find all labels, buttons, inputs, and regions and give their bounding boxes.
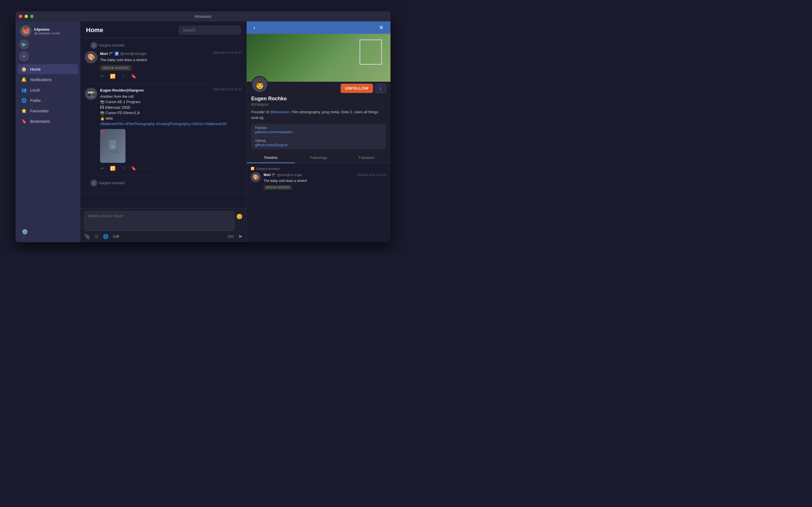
boost-icon: 🔁	[251, 167, 255, 170]
sidebar-bottom: ⚙️	[15, 224, 80, 239]
minimize-window-button[interactable]	[24, 15, 28, 18]
bookmarks-icon: 🔖	[21, 119, 27, 124]
sidebar-item-favourites[interactable]: ⭐ Favourites	[18, 106, 78, 116]
profile-header-bar: ‹ ✕	[247, 21, 391, 34]
reply-button[interactable]: ↩	[100, 73, 105, 79]
close-window-button[interactable]	[19, 15, 22, 18]
notifications-icon: 🔔	[21, 77, 27, 82]
main-window: Whalebird 🐙 h3poteto @mastodon.social 🐦	[15, 11, 391, 242]
unfollow-button[interactable]: UNFOLLOW	[341, 83, 373, 93]
profile-post: 🔁 Gargron boosted 🎨 Mori 🏴	[247, 163, 391, 193]
post-author: Mori 🏴 ♿	[100, 52, 119, 56]
search-input[interactable]	[179, 26, 241, 34]
profile-actions: UNFOLLOW ⋮	[341, 83, 386, 93]
tab-followings[interactable]: Followings	[295, 153, 343, 163]
add-account-button[interactable]: +	[19, 51, 29, 61]
title-bar: Whalebird	[15, 11, 391, 21]
public-icon: 🌐	[21, 98, 27, 103]
post-author-info: Eugen Rochko@Gargron	[100, 88, 144, 93]
post-body: Mori 🏴 ♿ @mori@void.lgbt 2024-03-23 04:0…	[100, 51, 242, 79]
secondary-account[interactable]: 🐦	[19, 40, 29, 50]
profile-links: Patreon patreon.com/mastodon GitHub gith…	[251, 124, 386, 149]
more-button[interactable]: ···	[142, 73, 146, 79]
settings-button[interactable]: ⚙️	[20, 227, 76, 237]
primary-account[interactable]: 🐙 h3poteto @mastodon.social	[18, 24, 78, 38]
ppost-author-info: Mori 🏴 @mori@voi d.lgbt	[264, 172, 302, 177]
ppost-meta: Mori 🏴 @mori@voi d.lgbt 2024-03-23 0 4:0…	[264, 172, 387, 177]
post-image[interactable]: 🚫	[100, 129, 125, 163]
feed-title: Home	[86, 26, 103, 34]
post-text: The baby void does a stretch	[100, 57, 242, 63]
bookmark-button[interactable]: 🔖	[130, 73, 137, 79]
close-profile-button[interactable]: ✕	[377, 23, 386, 32]
reply-button[interactable]: ↩	[100, 165, 105, 172]
profile-avatar-emoji: 👨	[255, 80, 265, 89]
more-options-button[interactable]: ⋮	[375, 83, 386, 93]
globe-button[interactable]: 🌐	[103, 234, 109, 239]
link-label: GitHub	[255, 139, 382, 143]
post-header: Mori 🏴 ♿ @mori@void.lgbt 2024-03-23 04:0…	[100, 51, 242, 56]
boost-avatar: G	[91, 180, 97, 186]
profile-info-section: 👨 UNFOLLOW ⋮ Eugen Rochko @Gargron Found…	[247, 82, 391, 153]
ppost-handle: @mori@voi d.lgbt	[277, 173, 302, 177]
list-button[interactable]: ☰	[94, 234, 98, 239]
link-value[interactable]: github.com/Gargron	[255, 143, 382, 147]
content-warning-button[interactable]: CW	[113, 234, 119, 238]
nav-items: 🏠 Home 🔔 Notifications 👥 Local 🌐 Public …	[15, 64, 80, 224]
more-button[interactable]: ···	[142, 165, 146, 171]
post-time: 2024-03-23 04:01:27	[213, 51, 242, 54]
link-value[interactable]: patreon.com/mastodon	[255, 130, 382, 134]
local-icon: 👥	[21, 87, 27, 93]
emoji-picker-button[interactable]: 😊	[236, 211, 243, 220]
boost-button[interactable]: 🔁	[109, 165, 116, 172]
profile-boost-label: 🔁 Gargron boosted	[251, 167, 387, 170]
favourite-button[interactable]: ☆	[121, 73, 126, 79]
sensitive-icon: 🚫	[101, 130, 106, 135]
profile-handle: @Gargron	[251, 102, 386, 107]
post-time: 2024-03-23 14:27:17	[213, 88, 242, 91]
profile-bio-mention[interactable]: @Mastodon	[270, 110, 290, 114]
sidebar-item-label: Bookmarks	[30, 119, 50, 124]
post-avatar-emoji: 🎨	[87, 54, 95, 61]
sidebar-item-label: Local	[30, 88, 40, 93]
traffic-lights	[19, 15, 34, 18]
maximize-window-button[interactable]	[30, 15, 34, 18]
bookmark-button[interactable]: 🔖	[130, 165, 137, 172]
sidebar-item-notifications[interactable]: 🔔 Notifications	[18, 75, 78, 84]
post-header: Eugen Rochko@Gargron 2024-03-23 14:27:17	[100, 88, 242, 93]
media-hidden-button[interactable]: MEDIA HIDDEN	[100, 65, 132, 71]
sidebar-item-home[interactable]: 🏠 Home	[18, 64, 78, 74]
favourites-icon: ⭐	[21, 108, 27, 114]
feed-posts: G Gargron boosted 🎨 Mori 🏴 ♿ @mori@void.…	[80, 38, 246, 208]
add-icon: +	[22, 53, 26, 60]
compose-textarea[interactable]	[84, 211, 234, 231]
profile-avatar: 👨	[251, 76, 268, 93]
media-hidden-small-button[interactable]: MEDIA HIDDEN	[264, 185, 292, 190]
attach-file-button[interactable]: 📎	[84, 234, 90, 239]
sidebar-item-label: Public	[30, 98, 41, 103]
ppost-avatar: 🎨	[251, 172, 261, 182]
send-button[interactable]: ➤	[238, 233, 243, 239]
sidebar-item-local[interactable]: 👥 Local	[18, 85, 78, 95]
tab-followers[interactable]: Followers	[343, 153, 391, 163]
svg-point-2	[111, 145, 114, 149]
favourite-button[interactable]: ☆	[121, 165, 126, 172]
sidebar-item-bookmarks[interactable]: 🔖 Bookmarks	[18, 116, 78, 126]
post-handle: @mori@void.lgbt	[120, 52, 146, 56]
ppost-avatar-emoji: 🎨	[253, 174, 259, 180]
post-actions: ↩ 🔁 ☆ 🔖 ···	[100, 165, 242, 172]
profile-column: ‹ ✕ 👨 UNFOLLOW ⋮	[247, 21, 391, 242]
account-handle: @mastodon.social	[34, 32, 60, 35]
compose-toolbar: 📎 ☰ 🌐 CW 500 ➤	[80, 232, 246, 242]
sidebar-item-public[interactable]: 🌐 Public	[18, 96, 78, 105]
profile-tabs: Timeline Followings Followers	[247, 153, 391, 163]
sidebar-item-label: Home	[30, 67, 41, 71]
sidebar-item-label: Favourites	[30, 109, 49, 113]
ppost-time-info: 2024-03-23 0 4:01:27	[356, 172, 387, 177]
profile-avatar-row: 👨 UNFOLLOW ⋮	[251, 76, 386, 93]
back-button[interactable]: ‹	[251, 23, 258, 32]
tab-timeline[interactable]: Timeline	[247, 153, 295, 163]
boost-button[interactable]: 🔁	[109, 73, 116, 79]
boost-label: G Gargron boosted	[85, 42, 242, 49]
post-text: Another from the roll. 📷 Canon AE-1 Prog…	[100, 94, 242, 127]
